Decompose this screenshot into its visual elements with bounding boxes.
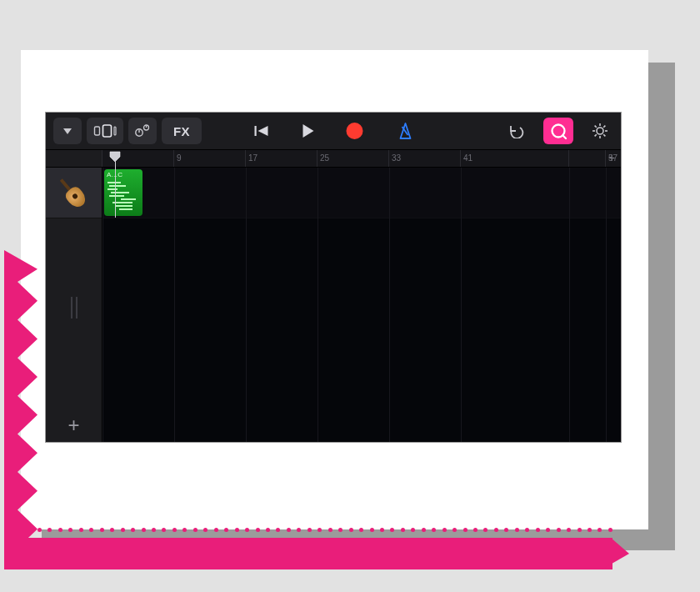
grid-line xyxy=(102,168,103,442)
add-track-button[interactable]: + xyxy=(68,415,79,435)
ruler-tick: 41 xyxy=(460,150,472,167)
metronome-icon xyxy=(398,122,414,140)
region-notes xyxy=(104,178,142,213)
record-button[interactable] xyxy=(342,118,368,144)
ruler-spacer xyxy=(46,150,102,167)
svg-line-17 xyxy=(603,134,605,136)
ruler-tick: 57 xyxy=(605,150,618,167)
playhead[interactable] xyxy=(115,151,116,218)
track-controls-icon xyxy=(134,123,151,138)
midi-region[interactable]: A…C xyxy=(104,169,142,216)
ruler-ticks: + 91725334157 xyxy=(102,150,621,167)
metronome-button[interactable] xyxy=(392,118,419,144)
ruler-tick: 9 xyxy=(173,150,182,167)
play-icon xyxy=(301,123,316,139)
undo-icon xyxy=(508,123,525,138)
track-header-guitar[interactable] xyxy=(46,168,102,218)
ruler-tick: 25 xyxy=(317,150,329,167)
grid-line xyxy=(606,168,607,442)
svg-point-11 xyxy=(597,128,603,134)
browser-triangle-icon xyxy=(62,125,73,137)
svg-line-16 xyxy=(595,126,597,128)
timeline-ruler[interactable]: + 91725334157 xyxy=(46,150,621,168)
ruler-tick: 17 xyxy=(245,150,258,167)
grid-line xyxy=(569,168,570,442)
tracks-view-icon xyxy=(92,124,118,138)
app-window: FX xyxy=(46,113,621,442)
grid-line xyxy=(318,168,318,442)
acoustic-guitar-icon xyxy=(50,169,97,216)
track-controls-button[interactable] xyxy=(128,118,157,144)
loop-browser-button[interactable] xyxy=(543,118,573,144)
grid-line xyxy=(461,168,462,442)
rewind-icon xyxy=(253,123,270,138)
svg-rect-2 xyxy=(114,127,116,135)
undo-button[interactable] xyxy=(503,118,530,144)
grid-line xyxy=(246,168,247,442)
browser-button[interactable] xyxy=(53,118,82,144)
track-lanes[interactable]: A…C xyxy=(102,168,621,442)
ruler-tick: 33 xyxy=(388,150,401,167)
rewind-button[interactable] xyxy=(248,118,275,144)
settings-button[interactable] xyxy=(587,118,613,144)
playhead-line xyxy=(115,161,116,218)
expand-handle[interactable] xyxy=(71,297,78,319)
grid-line xyxy=(389,168,390,442)
transport-controls xyxy=(246,118,422,144)
toolbar-right xyxy=(501,118,616,144)
loop-browser-icon xyxy=(549,122,568,140)
settings-gear-icon xyxy=(591,122,609,140)
tracks-area: + A…C xyxy=(46,168,621,442)
ruler-tick xyxy=(568,150,572,167)
ruler-tick xyxy=(102,150,105,167)
svg-line-18 xyxy=(595,134,597,136)
record-icon xyxy=(347,123,363,139)
svg-rect-0 xyxy=(95,127,100,135)
grid-line xyxy=(174,168,175,442)
region-label: A…C xyxy=(104,169,142,178)
svg-line-10 xyxy=(562,135,566,138)
ribbon-bottom xyxy=(4,538,612,569)
fx-button[interactable]: FX xyxy=(162,118,202,144)
ribbon-stitches xyxy=(38,524,612,535)
track-lane-1[interactable]: A…C xyxy=(102,168,621,218)
fx-label: FX xyxy=(173,124,190,138)
toolbar: FX xyxy=(46,113,621,150)
svg-line-19 xyxy=(603,126,605,128)
play-button[interactable] xyxy=(295,118,322,144)
svg-rect-1 xyxy=(103,125,112,137)
tracks-view-button[interactable] xyxy=(87,118,123,144)
track-headers: + xyxy=(46,168,102,442)
svg-rect-7 xyxy=(255,126,257,136)
